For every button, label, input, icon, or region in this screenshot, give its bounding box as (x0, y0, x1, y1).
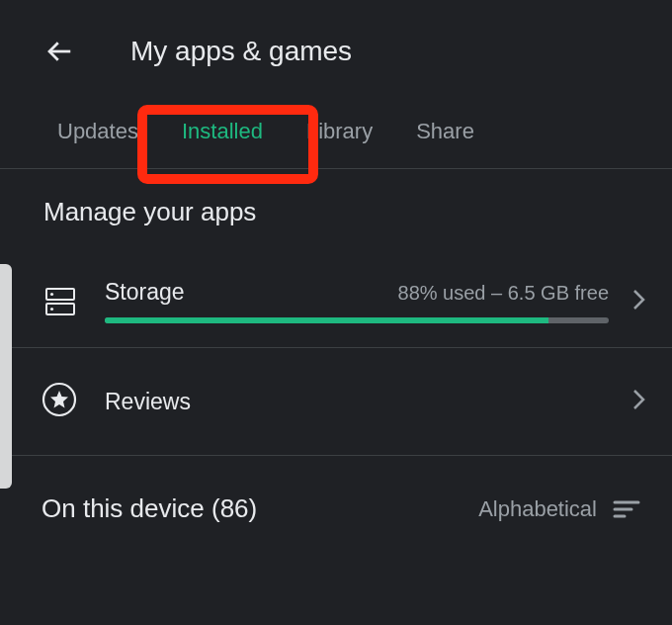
storage-icon (45, 288, 75, 315)
manage-section-title: Manage your apps (0, 169, 672, 243)
tab-updates[interactable]: Updates (36, 99, 160, 168)
tab-library[interactable]: Library (285, 99, 394, 168)
tabs: Updates Installed Library Share (0, 99, 672, 169)
svg-point-4 (50, 307, 53, 310)
sort-label: Alphabetical (478, 496, 597, 522)
page-title: My apps & games (130, 36, 352, 67)
star-circle-icon (42, 382, 77, 421)
reviews-row[interactable]: Reviews (0, 348, 672, 456)
reviews-label: Reviews (105, 389, 609, 415)
back-button[interactable] (40, 32, 79, 71)
device-section: On this device (86) Alphabetical (0, 456, 672, 544)
storage-row[interactable]: Storage 88% used – 6.5 GB free (0, 243, 672, 348)
storage-progress-fill (105, 317, 548, 323)
scroll-indicator[interactable] (0, 264, 12, 489)
storage-label: Storage (105, 279, 185, 306)
svg-point-3 (50, 292, 53, 295)
arrow-left-icon (44, 37, 74, 66)
sort-icon (613, 499, 640, 519)
tab-share[interactable]: Share (394, 99, 496, 168)
chevron-right-icon (632, 389, 646, 414)
storage-progress-bar (105, 317, 609, 323)
chevron-right-icon (632, 289, 646, 314)
header: My apps & games (0, 0, 672, 99)
device-title: On this device (86) (42, 493, 257, 524)
sort-control[interactable]: Alphabetical (478, 496, 640, 522)
storage-content: Storage 88% used – 6.5 GB free (105, 279, 609, 323)
tab-installed[interactable]: Installed (160, 99, 285, 168)
storage-info: 88% used – 6.5 GB free (398, 282, 609, 305)
